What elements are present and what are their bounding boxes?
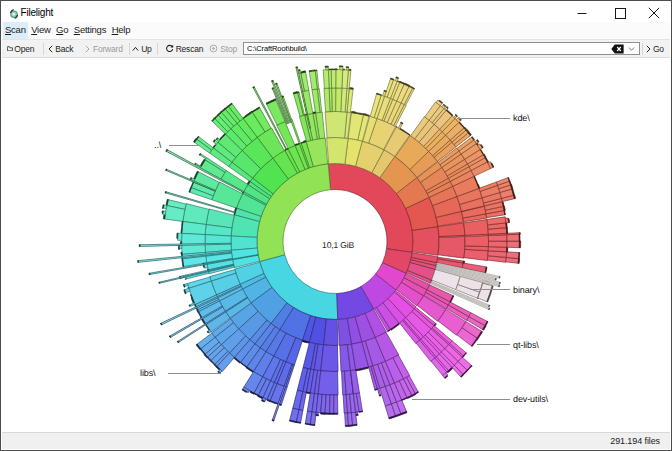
map-segment[interactable] — [339, 66, 343, 67]
map-segment[interactable] — [318, 371, 338, 395]
map-segment[interactable] — [280, 404, 282, 405]
map-segment[interactable] — [465, 235, 489, 246]
map-segment[interactable] — [438, 236, 465, 258]
map-segment[interactable] — [463, 261, 465, 263]
map-segment[interactable] — [323, 70, 329, 89]
map-segment[interactable] — [499, 282, 500, 284]
sunburst-chart[interactable] — [2, 1, 672, 451]
map-segment[interactable] — [499, 285, 500, 287]
map-segment[interactable] — [183, 204, 209, 225]
map-segment[interactable] — [321, 345, 338, 372]
map-segment[interactable] — [519, 253, 520, 259]
file-count-label: 291.194 files — [610, 436, 660, 446]
map-segment[interactable] — [328, 69, 331, 70]
map-segment[interactable] — [149, 273, 150, 275]
map-segment[interactable] — [506, 252, 519, 259]
map-segment[interactable] — [351, 111, 355, 113]
map-segment[interactable] — [296, 67, 298, 68]
map-segment[interactable] — [471, 365, 472, 366]
map-segment[interactable] — [506, 223, 507, 228]
map-segment[interactable] — [189, 305, 190, 306]
map-segment[interactable] — [163, 215, 165, 219]
map-segment[interactable] — [331, 69, 336, 70]
map-segment[interactable] — [360, 113, 363, 115]
map-segment[interactable] — [272, 420, 274, 421]
map-segment[interactable] — [348, 69, 351, 70]
map-segment[interactable] — [334, 395, 338, 414]
map-segment[interactable] — [271, 80, 273, 81]
directory-label: binary\ — [513, 284, 539, 294]
label-line — [457, 118, 510, 119]
map-segment[interactable] — [488, 235, 507, 241]
map-segment[interactable] — [298, 70, 300, 71]
map-segment[interactable] — [348, 425, 352, 426]
map-segment[interactable] — [330, 413, 334, 414]
map-segment[interactable] — [412, 227, 439, 256]
map-segment[interactable] — [499, 276, 500, 278]
map-segment[interactable] — [181, 225, 182, 230]
map-segment[interactable] — [272, 88, 274, 89]
map-segment[interactable] — [310, 424, 315, 425]
total-size-label: 10,1 GiB — [322, 240, 354, 250]
map-segment[interactable] — [178, 233, 182, 240]
map-segment[interactable] — [321, 413, 326, 415]
directory-label: kde\ — [513, 112, 530, 122]
map-segment[interactable] — [302, 71, 306, 73]
map-segment[interactable] — [334, 413, 338, 414]
radial-map-view[interactable]: 10,1 GiB kde\binary\qt-libs\dev-utils\li… — [2, 59, 670, 432]
map-segment[interactable] — [518, 259, 520, 264]
map-segment[interactable] — [336, 88, 342, 112]
map-segment[interactable] — [464, 219, 489, 235]
map-segment[interactable] — [138, 260, 139, 262]
map-segment[interactable] — [182, 221, 183, 224]
map-segment[interactable] — [489, 305, 490, 307]
map-segment[interactable] — [316, 415, 319, 416]
filelight-window: Filelight ScanViewGoSettingsHelp Open Ba… — [0, 0, 672, 451]
map-segment[interactable] — [336, 70, 343, 89]
map-segment[interactable] — [331, 69, 336, 88]
map-segment[interactable] — [185, 279, 186, 280]
map-segment[interactable] — [519, 241, 520, 248]
map-segment[interactable] — [488, 241, 507, 247]
map-segment[interactable] — [162, 211, 163, 214]
directory-label: dev-utils\ — [513, 393, 548, 403]
map-segment[interactable] — [166, 169, 167, 171]
map-segment[interactable] — [405, 411, 407, 413]
map-segment[interactable] — [379, 395, 381, 396]
map-segment[interactable] — [346, 67, 348, 68]
map-segment[interactable] — [177, 233, 178, 238]
map-segment[interactable] — [356, 414, 358, 415]
map-segment[interactable] — [396, 126, 397, 127]
map-segment[interactable] — [506, 228, 507, 234]
map-segment[interactable] — [275, 83, 277, 84]
map-segment[interactable] — [507, 233, 520, 235]
map-segment[interactable] — [359, 411, 363, 412]
map-segment[interactable] — [508, 219, 509, 223]
map-segment[interactable] — [495, 278, 496, 280]
map-segment[interactable] — [324, 88, 330, 112]
map-segment[interactable] — [506, 247, 507, 252]
map-segment[interactable] — [325, 112, 347, 138]
map-segment[interactable] — [507, 241, 520, 248]
map-segment[interactable] — [377, 93, 378, 94]
map-segment[interactable] — [519, 233, 520, 235]
map-segment[interactable] — [464, 249, 488, 260]
map-segment[interactable] — [353, 424, 357, 425]
map-segment[interactable] — [183, 266, 184, 267]
map-segment[interactable] — [507, 234, 520, 241]
map-segment[interactable] — [330, 395, 334, 414]
map-segment[interactable] — [139, 245, 140, 247]
map-segment[interactable] — [489, 308, 490, 310]
map-segment[interactable] — [325, 413, 329, 414]
label-line — [168, 373, 221, 374]
map-segment[interactable] — [349, 88, 353, 90]
map-segment[interactable] — [165, 191, 166, 193]
map-segment[interactable] — [159, 282, 160, 284]
map-segment[interactable] — [324, 319, 338, 345]
map-segment[interactable] — [200, 154, 207, 159]
map-segment[interactable] — [345, 425, 348, 426]
map-segment[interactable] — [325, 66, 328, 67]
map-segment[interactable] — [181, 230, 182, 233]
map-segment[interactable] — [327, 138, 349, 165]
map-segment[interactable] — [519, 236, 520, 241]
